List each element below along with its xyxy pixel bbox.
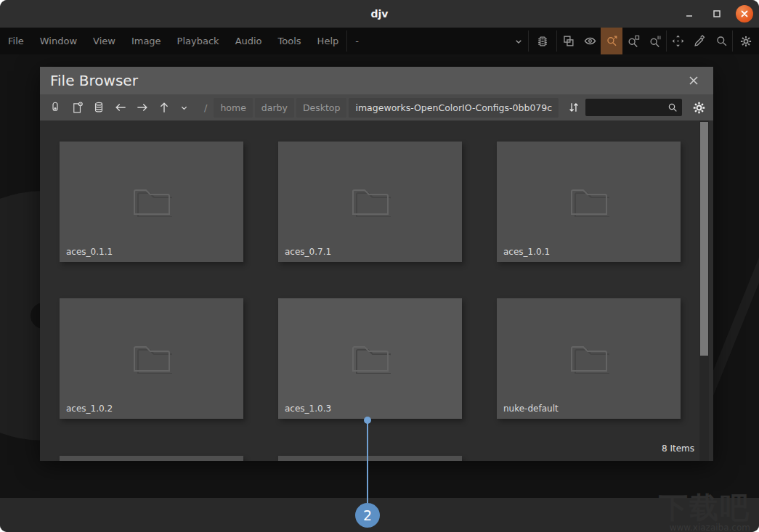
maximize-button[interactable] — [708, 5, 726, 22]
file-browser-dialog: File Browser — [40, 67, 713, 461]
color-picker-icon[interactable] — [689, 28, 710, 54]
folder-name: aces_1.0.1 — [503, 247, 550, 257]
sort-arrows-icon[interactable] — [562, 97, 585, 118]
up-arrow-icon[interactable] — [153, 97, 175, 118]
djv-app-window: djv File Window View Image Playback Audi… — [0, 0, 759, 532]
folder-tile[interactable]: aces_1.0.1 — [497, 142, 681, 262]
minimize-button[interactable] — [681, 5, 698, 22]
search-icon — [667, 102, 678, 116]
chevron-down-icon[interactable] — [175, 97, 192, 118]
drives-icon[interactable] — [88, 97, 110, 118]
breadcrumb-segment[interactable]: darby — [255, 98, 294, 118]
folder-icon — [569, 185, 609, 220]
breadcrumb: / home darby Desktop imageworks-OpenColo… — [200, 98, 559, 118]
magnify-icon[interactable] — [710, 28, 732, 54]
dialog-close-icon[interactable] — [684, 71, 703, 90]
menu-item[interactable]: Help — [309, 28, 347, 54]
menu-items: File Window View Image Playback Audio To… — [0, 28, 346, 54]
folder-icon — [131, 342, 172, 377]
settings-gear-icon[interactable] — [733, 28, 759, 54]
menubar: File Window View Image Playback Audio To… — [0, 28, 759, 54]
menu-item[interactable]: Tools — [270, 28, 309, 54]
view-toolbar — [509, 28, 759, 54]
menu-item[interactable]: Window — [32, 28, 85, 54]
menu-item-extra[interactable]: - — [347, 28, 367, 54]
breadcrumb-segment[interactable]: home — [214, 98, 252, 118]
folder-tile[interactable] — [278, 456, 462, 461]
window-title: djv — [371, 8, 389, 20]
visibility-eye-icon[interactable] — [579, 28, 601, 54]
folder-name: aces_0.1.1 — [66, 247, 113, 257]
annotation-line — [367, 421, 368, 504]
dialog-header[interactable]: File Browser — [40, 67, 713, 94]
zoom-fit-icon[interactable] — [601, 28, 622, 54]
menu-item[interactable]: File — [0, 28, 32, 54]
folder-tile[interactable] — [60, 456, 243, 461]
item-count: 8 Items — [662, 443, 694, 454]
titlebar: djv — [0, 0, 759, 28]
breadcrumb-root[interactable]: / — [200, 102, 211, 113]
folder-icon — [350, 342, 391, 377]
dialog-toolbar: / home darby Desktop imageworks-OpenColo… — [40, 94, 713, 120]
folder-tile[interactable]: aces_0.7.1 — [278, 142, 462, 262]
folder-name: nuke-default — [503, 404, 559, 414]
menu-item[interactable]: Image — [123, 28, 169, 54]
back-arrow-icon[interactable] — [110, 97, 131, 118]
menu-item[interactable]: Audio — [227, 28, 270, 54]
chevron-down-icon[interactable] — [509, 28, 528, 54]
layers-icon[interactable] — [557, 28, 579, 54]
image-controls-icon[interactable] — [529, 28, 556, 54]
folder-tile[interactable]: aces_0.1.1 — [60, 142, 243, 262]
folder-icon — [131, 185, 172, 220]
breadcrumb-segments: home darby Desktop — [214, 98, 346, 118]
folder-tile[interactable]: aces_1.0.3 — [278, 298, 462, 419]
breadcrumb-segment[interactable]: Desktop — [296, 98, 347, 118]
zoom-actual-icon[interactable] — [644, 28, 666, 54]
shortcuts-pin-icon[interactable] — [44, 97, 66, 118]
zoom-frame-icon[interactable] — [622, 28, 644, 54]
image-viewport: File Browser — [0, 54, 759, 498]
search-container — [585, 99, 682, 116]
breadcrumb-current[interactable]: imageworks-OpenColorIO-Configs-0bb079c — [349, 98, 559, 118]
dialog-title: File Browser — [50, 72, 138, 89]
scrollbar-thumb[interactable] — [700, 122, 708, 356]
folder-tile[interactable]: aces_1.0.2 — [60, 298, 243, 419]
folder-name: aces_1.0.2 — [66, 404, 113, 414]
window-controls — [681, 0, 753, 28]
browser-settings-gear-icon[interactable] — [687, 97, 710, 118]
annotation-badge: 2 — [355, 503, 380, 528]
close-button[interactable] — [736, 5, 753, 22]
forward-arrow-icon[interactable] — [131, 97, 153, 118]
scrollbar-track[interactable] — [699, 120, 709, 461]
folder-name: aces_0.7.1 — [285, 247, 331, 257]
menu-item[interactable]: View — [85, 28, 123, 54]
menu-item[interactable]: Playback — [169, 28, 227, 54]
folder-icon — [350, 185, 391, 220]
pan-arrows-icon[interactable] — [667, 28, 689, 54]
folder-icon — [569, 342, 609, 377]
folder-tile[interactable]: nuke-default — [497, 298, 681, 419]
recent-files-icon[interactable] — [66, 97, 88, 118]
file-grid: aces_0.1.1 aces_0.7.1 aces_1.0.1 aces_1.… — [40, 120, 713, 461]
folder-name: aces_1.0.3 — [285, 404, 331, 414]
